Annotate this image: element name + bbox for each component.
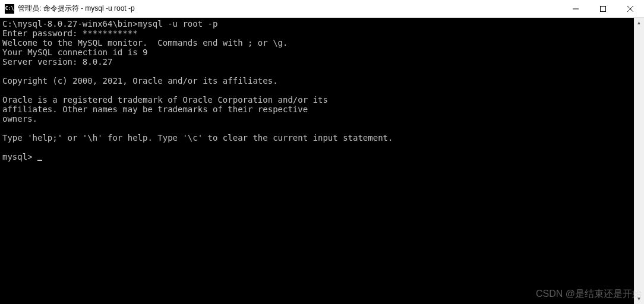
svg-rect-1 — [601, 7, 606, 12]
terminal-output: C:\mysql-8.0.27-winx64\bin>mysql -u root… — [0, 18, 644, 163]
watermark-text: CSDN @是结束还是开始 — [536, 288, 642, 300]
minimize-button[interactable] — [562, 0, 589, 18]
maximize-button[interactable] — [589, 0, 617, 18]
close-button[interactable] — [617, 0, 644, 18]
scroll-up-arrow[interactable]: ▲ — [634, 18, 644, 28]
terminal-area[interactable]: C:\mysql-8.0.27-winx64\bin>mysql -u root… — [0, 18, 644, 304]
vertical-scrollbar[interactable]: ▲ ▼ — [634, 18, 644, 304]
window-controls — [562, 0, 644, 17]
scroll-track[interactable] — [634, 28, 644, 294]
cursor — [37, 160, 42, 161]
scroll-down-arrow[interactable]: ▼ — [634, 294, 644, 304]
cmd-icon: C:\ — [5, 4, 14, 14]
mysql-prompt: mysql> — [2, 152, 37, 162]
window-title: 管理员: 命令提示符 - mysql -u root -p — [18, 4, 562, 14]
window-titlebar[interactable]: C:\ 管理员: 命令提示符 - mysql -u root -p — [0, 0, 644, 18]
